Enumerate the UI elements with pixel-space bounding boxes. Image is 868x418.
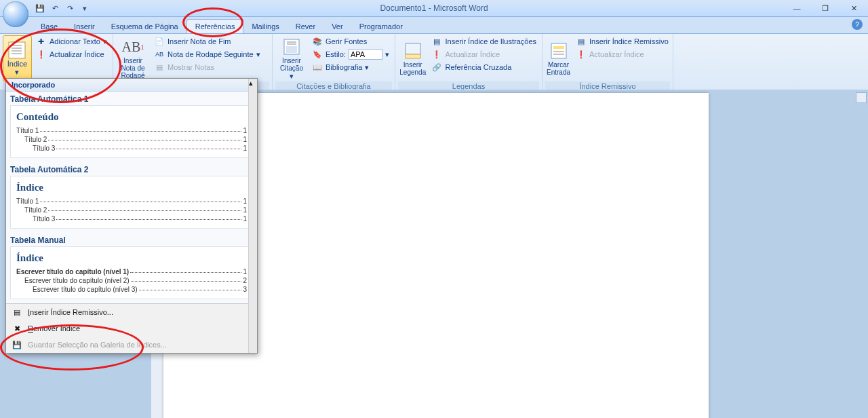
style-icon: 🔖	[312, 49, 323, 60]
gallery-item-tabela-manual[interactable]: Tabela Manual	[6, 233, 257, 246]
dropdown-arrow-icon: ▾	[15, 69, 19, 76]
tab-rever[interactable]: Rever	[288, 20, 323, 33]
group-legendas: Inserir Legenda ▤Inserir Índice de Ilust…	[395, 34, 542, 91]
guardar-galeria-menu: 💾Guardar Selecção na Galeria de Índices.…	[6, 337, 257, 353]
remover-indice-menu[interactable]: ✖Remover Índice	[6, 320, 257, 337]
svg-rect-9	[406, 43, 420, 54]
actualizar-indice-rem-button[interactable]: ❗Actualizar Índice	[573, 48, 671, 60]
actualizar-indice-button[interactable]: ❗Actualizar Índice	[33, 48, 110, 60]
footnote-icon: AB1	[123, 37, 142, 56]
update-icon: ❗	[36, 49, 47, 60]
gallery-preview-auto2[interactable]: Índice Título 11 Título 21 Título 31	[10, 176, 253, 229]
estilo-select[interactable]: 🔖Estilo: ▾	[309, 48, 392, 60]
manage-sources-icon: 📚	[312, 36, 323, 47]
next-footnote-icon: AB	[154, 49, 165, 60]
dropdown-footer: ▤IInserir Índice Remissivo...nserir Índi…	[6, 303, 257, 353]
table-figures-icon: ▤	[431, 36, 442, 47]
minimize-button[interactable]: —	[783, 1, 811, 15]
marcar-entrada-label: Marcar Entrada	[547, 61, 570, 76]
tab-ver[interactable]: Ver	[323, 20, 351, 33]
indice-label: Índice	[7, 60, 27, 68]
update-icon: ❗	[431, 49, 442, 60]
preview-title: Índice	[16, 252, 247, 264]
gallery-preview-auto1[interactable]: Conteúdo Título 11 Título 21 Título 31	[10, 105, 253, 158]
tab-mailings[interactable]: Mailings	[243, 20, 287, 33]
tab-referencias[interactable]: Referências	[186, 19, 244, 33]
close-button[interactable]: ✕	[840, 1, 868, 15]
save-gallery-icon: 💾	[12, 339, 22, 350]
update-icon: ❗	[576, 49, 587, 60]
marcar-entrada-button[interactable]: Marcar Entrada	[545, 35, 572, 81]
indice-button[interactable]: Índice ▾	[3, 35, 32, 81]
quick-access-toolbar: 💾 ↶ ↷ ▾	[34, 2, 91, 14]
group-citacoes: Inserir Citação▾ 📚Gerir Fontes 🔖Estilo: …	[273, 34, 395, 91]
inserir-nota-rodape-button[interactable]: AB1 Inserir Nota de Rodapé	[116, 35, 150, 81]
actualizar-indice-leg-button[interactable]: ❗Actualizar Índice	[429, 48, 539, 60]
mostrar-notas-button[interactable]: ▤Mostrar Notas	[151, 61, 263, 73]
group-indice-remissivo: Marcar Entrada ▤Inserir Índice Remissivo…	[542, 34, 673, 91]
help-icon[interactable]: ?	[852, 19, 863, 30]
endnote-icon: 📄	[154, 36, 165, 47]
inserir-citacao-button[interactable]: Inserir Citação▾	[275, 35, 308, 81]
inserir-nota-fim-button[interactable]: 📄Inserir Nota de Fim	[151, 35, 263, 48]
svg-rect-6	[286, 46, 297, 53]
bibliography-icon: 📖	[312, 62, 323, 73]
save-icon[interactable]: 💾	[34, 2, 46, 14]
preview-title: Índice	[16, 182, 247, 193]
qat-more-icon[interactable]: ▾	[79, 2, 91, 14]
show-notes-icon: ▤	[154, 62, 165, 73]
bibliografia-button[interactable]: 📖Bibliografia ▾	[309, 61, 392, 73]
svg-rect-0	[9, 42, 25, 58]
preview-title: Conteúdo	[16, 111, 247, 123]
svg-rect-12	[553, 46, 564, 49]
toc-icon	[7, 41, 26, 60]
gallery-scrollbar[interactable]	[248, 91, 257, 353]
insert-index-icon: ▤	[12, 307, 22, 318]
title-bar: 💾 ↶ ↷ ▾ Documento1 - Microsoft Word — ❐ …	[0, 0, 868, 17]
ruler-toggle-button[interactable]	[856, 92, 867, 103]
gallery-item-tabela-auto2[interactable]: Tabela Automática 2	[6, 162, 257, 176]
inserir-indice-remissivo-menu[interactable]: ▤IInserir Índice Remissivo...nserir Índi…	[6, 304, 257, 320]
inserir-legenda-button[interactable]: Inserir Legenda	[398, 35, 427, 81]
indice-ilustracoes-button[interactable]: ▤Inserir Índice de Ilustrações	[429, 35, 539, 48]
tab-programador[interactable]: Programador	[351, 20, 411, 33]
add-text-icon: ✚	[36, 36, 47, 47]
estilo-input[interactable]	[349, 49, 382, 60]
office-button[interactable]	[3, 1, 28, 27]
cross-ref-icon: 🔗	[431, 62, 442, 73]
maximize-button[interactable]: ❐	[811, 1, 840, 15]
tab-esquema[interactable]: Esquema de Página	[103, 20, 186, 33]
citation-icon	[282, 37, 301, 56]
svg-rect-11	[551, 43, 566, 58]
mark-entry-icon	[549, 41, 568, 60]
referencia-cruzada-button[interactable]: 🔗Referência Cruzada	[429, 61, 539, 73]
redo-icon[interactable]: ↷	[64, 2, 76, 14]
gallery-item-tabela-auto1[interactable]: Tabela Automática 1	[6, 92, 257, 105]
tab-base[interactable]: Base	[33, 20, 66, 33]
dropdown-header-incorporado: Incorporado	[6, 79, 257, 92]
gallery-scroll-up[interactable]: ▴	[248, 79, 257, 91]
gallery-preview-manual[interactable]: Índice Escrever título do capítulo (níve…	[10, 246, 253, 299]
insert-index-icon: ▤	[576, 36, 587, 47]
inserir-citacao-label: Inserir Citação	[277, 57, 307, 72]
remove-index-icon: ✖	[12, 323, 22, 334]
inserir-legenda-label: Inserir Legenda	[399, 61, 426, 76]
tab-inserir[interactable]: Inserir	[66, 20, 103, 33]
window-title: Documento1 - Microsoft Word	[380, 3, 488, 13]
inserir-indice-remissivo-button[interactable]: ▤Inserir Índice Remissivo	[573, 35, 671, 48]
undo-icon[interactable]: ↶	[49, 2, 61, 14]
caption-icon	[403, 41, 422, 60]
gerir-fontes-button[interactable]: 📚Gerir Fontes	[309, 35, 392, 48]
nota-seguinte-button[interactable]: ABNota de Rodapé Seguinte ▾	[151, 48, 263, 60]
adicionar-texto-button[interactable]: ✚Adicionar Texto ▾	[33, 35, 110, 48]
svg-rect-10	[406, 54, 420, 58]
window-buttons: — ❐ ✕	[783, 1, 868, 15]
inserir-nota-label: Inserir Nota de Rodapé	[117, 57, 149, 79]
indice-dropdown-gallery: Incorporado Tabela Automática 1 Conteúdo…	[5, 78, 258, 354]
ribbon-tabs: Base Inserir Esquema de Página Referênci…	[0, 17, 868, 34]
